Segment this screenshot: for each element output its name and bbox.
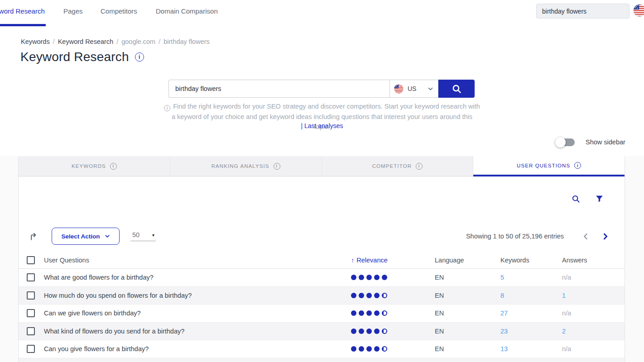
answers-cell: 1	[545, 292, 625, 299]
search-button[interactable]	[438, 80, 475, 98]
results-panel: KEYWORDSRANKING ANALYSISCOMPETITORUSER Q…	[18, 156, 625, 362]
prev-page-button[interactable]	[583, 233, 589, 240]
column-header-language[interactable]: Language	[417, 257, 482, 264]
table-row: Can we give flowers on birthday?EN27n/a	[19, 305, 625, 323]
answers-count-link[interactable]: 2	[562, 328, 566, 335]
keywords-count-link[interactable]: 13	[500, 345, 508, 352]
pagination-summary: Showing 1 to 50 of 25,196 entries	[466, 233, 564, 240]
question-cell[interactable]: Can you give flowers for a birthday?	[44, 345, 333, 352]
keywords-cell: 13	[482, 345, 545, 352]
relevance-dot	[351, 275, 356, 280]
relevance-cell	[333, 275, 417, 280]
keywords-count-link[interactable]: 8	[500, 292, 504, 299]
row-checkbox[interactable]	[27, 291, 35, 300]
keywords-count-link[interactable]: 23	[500, 328, 508, 335]
info-icon[interactable]	[110, 163, 117, 170]
tab-ranking-analysis[interactable]: RANKING ANALYSIS	[170, 156, 322, 176]
nav-item-keyword-research[interactable]: Keyword Research	[0, 7, 45, 15]
table-row: What kind of flowers do you send for a b…	[19, 323, 625, 341]
nav-item-pages[interactable]: Pages	[63, 7, 83, 15]
nav-item-domain-comparison[interactable]: Domain Comparison	[156, 7, 218, 15]
info-icon[interactable]	[274, 163, 280, 170]
relevance-dot	[382, 310, 387, 316]
answers-count-link[interactable]: 1	[562, 292, 566, 299]
breadcrumb-separator: /	[159, 38, 160, 45]
table-row: Can you give flowers for a birthday?EN13…	[19, 340, 625, 358]
row-checkbox[interactable]	[27, 309, 35, 317]
last-analyses-link[interactable]: | Last analyses	[163, 122, 481, 129]
relevance-dot	[359, 275, 364, 280]
language-cell: EN	[417, 345, 482, 352]
relevance-dot	[374, 346, 380, 352]
tab-competitor[interactable]: COMPETITOR	[322, 156, 474, 176]
tab-keywords[interactable]: KEYWORDS	[19, 156, 170, 176]
question-cell[interactable]: What kind of flowers do you send for a b…	[44, 328, 333, 335]
question-cell[interactable]: Can we give flowers on birthday?	[44, 310, 333, 317]
relevance-cell	[333, 346, 417, 352]
relevance-cell	[333, 329, 417, 334]
tab-bar: KEYWORDSRANKING ANALYSISCOMPETITORUSER Q…	[19, 156, 625, 176]
breadcrumb-item[interactable]: Keyword Research	[58, 38, 114, 45]
keywords-cell: 27	[482, 310, 545, 317]
tab-label: USER QUESTIONS	[517, 163, 570, 168]
filter-icon[interactable]	[595, 195, 604, 203]
table-search-icon[interactable]	[571, 194, 581, 204]
row-checkbox[interactable]	[27, 327, 35, 335]
keywords-cell: 23	[482, 328, 545, 335]
column-header-relevance[interactable]: ↑Relevance	[351, 257, 388, 264]
keyword-search-group: US	[168, 80, 475, 98]
toggle-knob	[555, 137, 566, 148]
tab-user-questions[interactable]: USER QUESTIONS	[473, 156, 625, 176]
next-page-button[interactable]	[602, 233, 608, 240]
relevance-dot	[374, 293, 380, 298]
answers-na: n/a	[562, 345, 571, 352]
answers-na: n/a	[562, 274, 571, 281]
relevance-dot	[366, 310, 372, 316]
column-header-keywords[interactable]: Keywords	[482, 257, 545, 264]
language-cell: EN	[417, 292, 482, 299]
page-background-left	[0, 156, 18, 362]
chevron-down-icon	[428, 86, 433, 92]
table-body: What are good flowers for a birthday?EN5…	[19, 269, 625, 358]
info-icon[interactable]	[574, 162, 581, 169]
relevance-dot	[359, 346, 364, 352]
question-cell[interactable]: What are good flowers for a birthday?	[44, 274, 333, 281]
page-size-select[interactable]: 50 ▾	[130, 231, 156, 241]
export-icon[interactable]	[29, 231, 39, 242]
row-checkbox[interactable]	[27, 345, 35, 353]
keywords-cell: 5	[482, 274, 545, 281]
column-header-answers[interactable]: Answers	[545, 257, 625, 264]
info-icon	[164, 105, 170, 111]
answers-cell: 2	[545, 328, 625, 335]
relevance-dot	[366, 329, 372, 334]
topnav-search-value: birthday flowers	[542, 8, 586, 15]
country-selector[interactable]: US	[389, 80, 438, 98]
page-title-info-icon[interactable]	[135, 52, 144, 62]
keywords-count-link[interactable]: 27	[500, 310, 508, 317]
show-sidebar-toggle[interactable]	[557, 138, 575, 146]
row-checkbox[interactable]	[27, 273, 35, 281]
table-header-row: User Questions ↑Relevance Language Keywo…	[19, 252, 625, 269]
relevance-dot	[359, 293, 364, 298]
keywords-count-link[interactable]: 5	[500, 274, 504, 281]
select-action-button[interactable]: Select Action	[52, 228, 120, 245]
relevance-dot	[366, 346, 372, 352]
us-flag-icon[interactable]	[633, 4, 644, 17]
question-cell[interactable]: How much do you spend on flowers for a b…	[44, 292, 333, 299]
breadcrumb-item[interactable]: google.com	[121, 38, 155, 45]
breadcrumb-item[interactable]: Keywords	[21, 38, 50, 45]
column-header-questions[interactable]: User Questions	[44, 257, 333, 264]
relevance-dot	[359, 329, 364, 334]
topnav-search-box[interactable]: birthday flowers	[536, 4, 630, 19]
breadcrumb-item[interactable]: birthday flowers	[163, 38, 210, 45]
show-sidebar-label: Show sidebar	[586, 138, 625, 146]
relevance-dot	[351, 310, 356, 316]
caret-down-icon: ▾	[152, 233, 154, 238]
info-icon[interactable]	[416, 163, 423, 170]
relevance-dot	[374, 275, 380, 280]
keyword-search-input[interactable]	[168, 80, 389, 98]
active-nav-underline	[0, 24, 46, 26]
select-all-checkbox[interactable]	[27, 256, 35, 264]
nav-item-competitors[interactable]: Competitors	[101, 7, 137, 15]
relevance-dot	[382, 346, 387, 352]
